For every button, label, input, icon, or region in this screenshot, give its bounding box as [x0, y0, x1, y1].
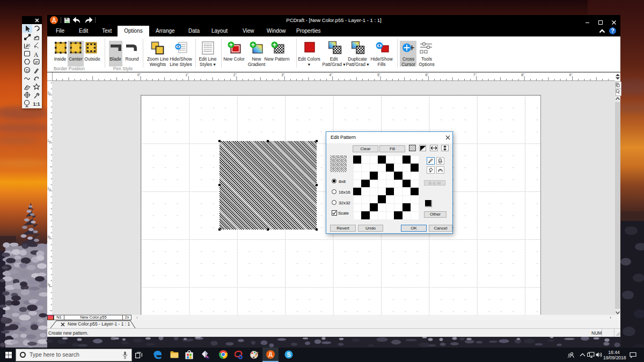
svg-text:2": 2" [47, 187, 51, 190]
svg-text:3": 3" [281, 73, 285, 77]
svg-text:4": 4" [47, 283, 51, 286]
svg-text:9": 9" [569, 73, 573, 77]
svg-text:1:1: 1:1 [33, 101, 40, 107]
svg-text:7": 7" [473, 73, 477, 77]
svg-text:P: P [35, 60, 38, 65]
svg-text:4": 4" [330, 73, 333, 77]
svg-text:A: A [34, 51, 39, 58]
svg-text:1": 1" [185, 73, 189, 77]
svg-text:0": 0" [47, 91, 51, 94]
svg-text:1": 1" [47, 139, 51, 143]
svg-text:0": 0" [137, 73, 141, 77]
svg-text:8": 8" [521, 73, 525, 77]
svg-text:90: 90 [26, 43, 31, 47]
svg-text:S: S [287, 351, 291, 358]
svg-text:3": 3" [47, 235, 51, 239]
svg-text:5": 5" [377, 73, 381, 77]
svg-text:D: D [26, 68, 29, 73]
svg-text:6": 6" [425, 73, 429, 77]
svg-text:2": 2" [233, 73, 237, 77]
